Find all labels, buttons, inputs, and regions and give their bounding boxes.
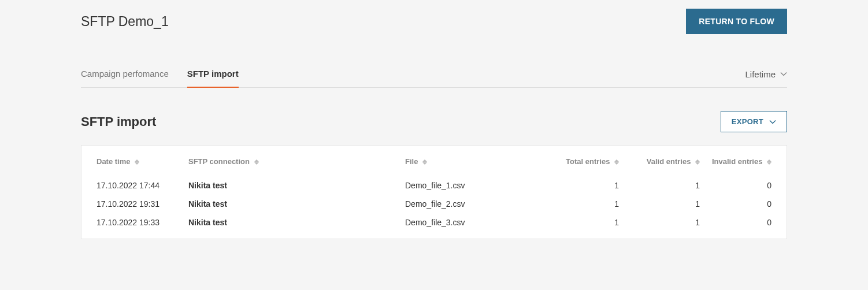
export-button[interactable]: EXPORT	[721, 111, 787, 132]
cell-total: 1	[544, 213, 625, 239]
col-header-invalid[interactable]: Invalid entries	[706, 146, 787, 176]
cell-connection: Nikita test	[183, 195, 399, 213]
chevron-down-icon	[780, 72, 787, 76]
sort-icon	[422, 159, 427, 165]
export-button-label: EXPORT	[732, 117, 763, 126]
import-table: Date time SFTP connection File Total ent…	[81, 146, 787, 239]
return-to-flow-button[interactable]: RETURN TO FLOW	[686, 9, 787, 34]
tabs: Campaign perfomance SFTP import	[81, 69, 239, 87]
cell-total: 1	[544, 176, 625, 195]
sort-icon	[254, 159, 259, 165]
table-row: 17.10.2022 19:31Nikita testDemo_file_2.c…	[81, 195, 787, 213]
col-header-label: File	[405, 157, 418, 166]
cell-invalid: 0	[706, 176, 787, 195]
section-title: SFTP import	[81, 114, 156, 129]
col-header-valid[interactable]: Valid entries	[625, 146, 706, 176]
time-range-dropdown[interactable]: Lifetime	[745, 69, 787, 87]
col-header-label: Date time	[97, 157, 131, 166]
import-table-card: Date time SFTP connection File Total ent…	[81, 145, 787, 239]
tab-sftp-import[interactable]: SFTP import	[187, 69, 239, 88]
col-header-file[interactable]: File	[399, 146, 544, 176]
cell-invalid: 0	[706, 195, 787, 213]
col-header-label: Valid entries	[647, 157, 691, 166]
col-header-label: SFTP connection	[188, 157, 250, 166]
cell-valid: 1	[625, 195, 706, 213]
sort-icon	[614, 159, 619, 165]
time-range-label: Lifetime	[745, 69, 776, 79]
table-row: 17.10.2022 17:44Nikita testDemo_file_1.c…	[81, 176, 787, 195]
col-header-datetime[interactable]: Date time	[81, 146, 183, 176]
tab-campaign-performance[interactable]: Campaign perfomance	[81, 69, 169, 88]
table-row: 17.10.2022 19:33Nikita testDemo_file_3.c…	[81, 213, 787, 239]
sort-icon	[695, 159, 700, 165]
chevron-down-icon	[769, 120, 776, 124]
cell-datetime: 17.10.2022 19:31	[81, 195, 183, 213]
col-header-label: Invalid entries	[712, 157, 762, 166]
cell-file: Demo_file_3.csv	[399, 213, 544, 239]
cell-valid: 1	[625, 213, 706, 239]
col-header-connection[interactable]: SFTP connection	[183, 146, 399, 176]
cell-file: Demo_file_1.csv	[399, 176, 544, 195]
col-header-label: Total entries	[566, 157, 610, 166]
cell-datetime: 17.10.2022 17:44	[81, 176, 183, 195]
cell-file: Demo_file_2.csv	[399, 195, 544, 213]
cell-datetime: 17.10.2022 19:33	[81, 213, 183, 239]
cell-total: 1	[544, 195, 625, 213]
page-title: SFTP Demo_1	[81, 14, 169, 29]
cell-valid: 1	[625, 176, 706, 195]
sort-icon	[135, 159, 139, 165]
cell-invalid: 0	[706, 213, 787, 239]
col-header-total[interactable]: Total entries	[544, 146, 625, 176]
cell-connection: Nikita test	[183, 213, 399, 239]
sort-icon	[767, 159, 771, 165]
cell-connection: Nikita test	[183, 176, 399, 195]
